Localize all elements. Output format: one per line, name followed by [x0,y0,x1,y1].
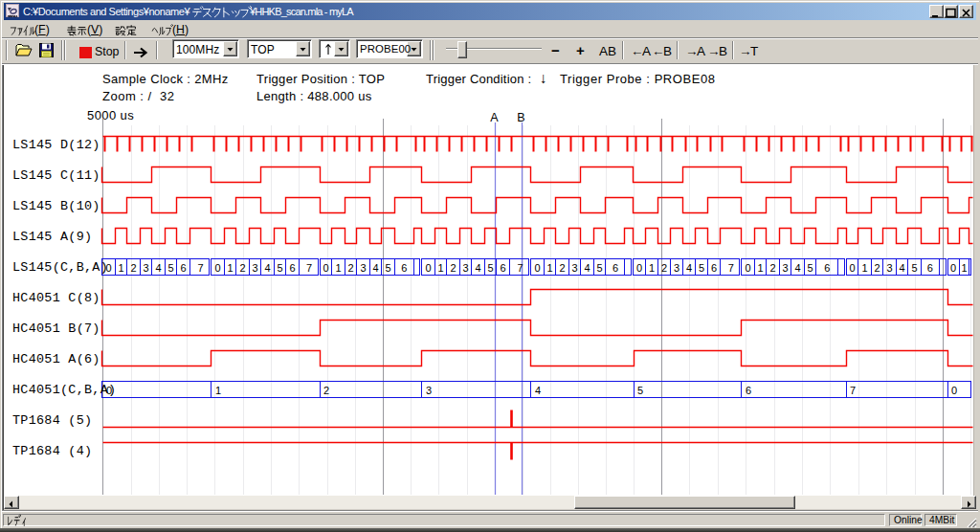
svg-text:A: A [490,111,499,124]
svg-text:6: 6 [711,262,717,274]
svg-text:2: 2 [450,262,456,274]
svg-text:6: 6 [824,262,830,274]
svg-text:3: 3 [782,262,788,274]
svg-text:1: 1 [546,262,552,274]
svg-text:TP1684 (5): TP1684 (5) [12,413,92,428]
svg-text:7: 7 [197,262,203,274]
svg-text:1: 1 [215,385,221,396]
svg-text:B: B [517,111,524,124]
svg-text:1: 1 [757,262,763,274]
svg-text:5: 5 [807,262,813,274]
svg-text:4: 4 [372,262,378,274]
svg-text:6: 6 [401,262,407,274]
svg-text:1: 1 [961,262,967,274]
svg-text:4: 4 [535,385,541,396]
svg-text:TP1684 (4): TP1684 (4) [12,444,92,458]
svg-text:5: 5 [699,262,704,274]
svg-text:2: 2 [239,262,245,274]
svg-text:3: 3 [674,262,679,274]
svg-text:3: 3 [252,262,257,274]
svg-text:4: 4 [155,262,161,274]
svg-text:4: 4 [584,262,590,274]
svg-text:4: 4 [899,262,904,274]
svg-text:2: 2 [874,262,880,274]
svg-text:2: 2 [559,262,565,274]
svg-text:5000 us: 5000 us [87,108,134,122]
svg-text:3: 3 [886,262,892,274]
svg-text:HC4051 A(6): HC4051 A(6) [12,352,100,366]
svg-text:5: 5 [637,385,643,396]
svg-text:1: 1 [335,262,341,274]
svg-text:3: 3 [360,262,366,274]
svg-text:1: 1 [649,262,655,274]
svg-text:0: 0 [323,262,328,274]
svg-text:5: 5 [487,262,493,274]
svg-text:0: 0 [214,262,220,274]
svg-text:5: 5 [277,262,282,274]
svg-text:2: 2 [323,385,329,396]
svg-text:6: 6 [500,262,505,274]
svg-text:2: 2 [130,262,136,274]
svg-text:3: 3 [462,262,468,274]
svg-text:3: 3 [426,385,432,396]
svg-text:1: 1 [118,262,123,274]
svg-text:4: 4 [475,262,480,274]
svg-text:0: 0 [950,262,956,274]
svg-text:LS145 B(10): LS145 B(10) [12,199,100,213]
svg-text:HC4051 B(7): HC4051 B(7) [12,321,100,336]
svg-text:4: 4 [794,262,800,274]
svg-text:5: 5 [167,262,173,274]
svg-text:LS145 A(9): LS145 A(9) [12,230,92,244]
svg-text:LS145(C,B,A): LS145(C,B,A) [12,260,108,275]
svg-text:6: 6 [746,385,751,396]
svg-text:HC4051 C(8): HC4051 C(8) [12,291,100,305]
svg-text:5: 5 [911,262,917,274]
svg-text:0: 0 [425,262,431,274]
svg-text:6: 6 [927,262,933,274]
svg-text:6: 6 [289,262,295,274]
svg-text:1: 1 [227,262,233,274]
svg-text:7: 7 [306,262,312,274]
svg-text:7: 7 [517,262,523,274]
svg-text:6: 6 [180,262,186,274]
svg-text:LS145 C(11): LS145 C(11) [12,168,100,183]
svg-text:0: 0 [534,262,540,274]
svg-text:LS145 D(12): LS145 D(12) [12,138,100,152]
svg-text:6: 6 [612,262,618,274]
svg-text:0: 0 [636,262,642,274]
svg-text:4: 4 [686,262,692,274]
svg-text:2: 2 [769,262,775,274]
svg-text:0: 0 [849,262,855,274]
svg-text:2: 2 [661,262,667,274]
svg-text:7: 7 [728,262,734,274]
svg-text:7: 7 [850,385,856,396]
svg-text:3: 3 [571,262,577,274]
svg-text:1: 1 [861,262,867,274]
svg-text:5: 5 [596,262,602,274]
svg-text:2: 2 [347,262,353,274]
svg-text:0: 0 [951,385,957,396]
svg-text:HC4051(C,B,A): HC4051(C,B,A) [12,383,116,397]
svg-text:1: 1 [437,262,443,274]
svg-text:3: 3 [143,262,148,274]
svg-text:5: 5 [385,262,390,274]
svg-text:0: 0 [745,262,750,274]
svg-text:4: 4 [264,262,270,274]
